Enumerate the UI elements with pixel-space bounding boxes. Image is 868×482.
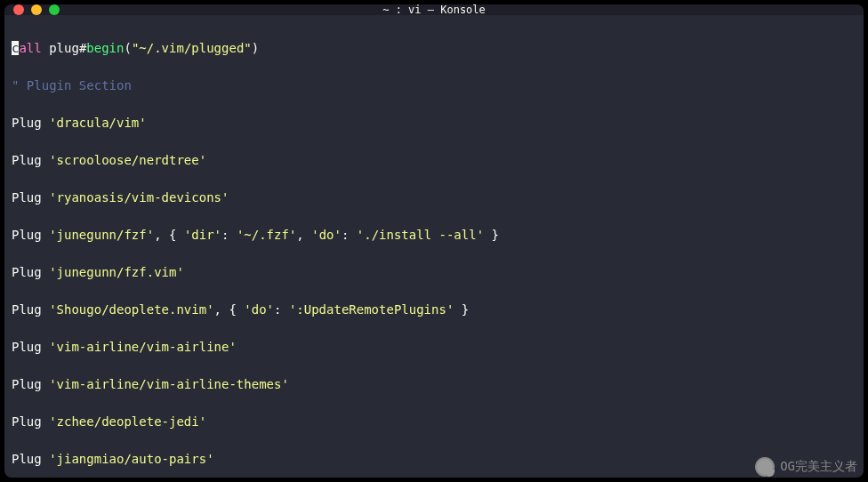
watermark-text: OG完美主义者 <box>780 459 857 475</box>
window-title: ~ : vi — Konsole <box>382 4 486 16</box>
editor-content[interactable]: call plug#begin("~/.vim/plugged") " Plug… <box>4 15 864 478</box>
watermark: OG完美主义者 <box>755 457 857 477</box>
close-icon[interactable] <box>13 4 24 15</box>
minimize-icon[interactable] <box>31 4 42 15</box>
wechat-icon <box>755 457 775 477</box>
terminal-window: ~ : vi — Konsole call plug#begin("~/.vim… <box>4 4 864 478</box>
titlebar: ~ : vi — Konsole <box>4 4 864 15</box>
maximize-icon[interactable] <box>49 4 60 15</box>
window-controls <box>13 4 60 15</box>
